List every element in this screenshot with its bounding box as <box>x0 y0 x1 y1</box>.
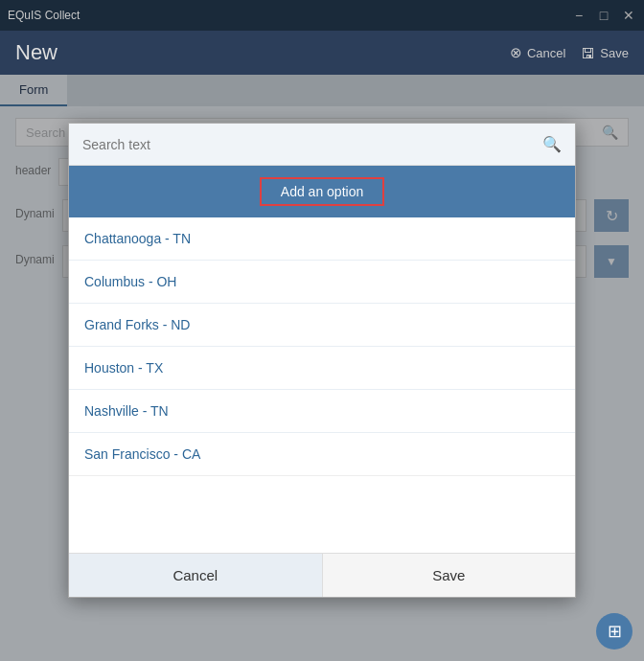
app-header: New ⊗ Cancel 🖫 Save <box>0 31 644 75</box>
modal-dialog: 🔍 Add an option Chattanooga - TN Columbu… <box>68 123 576 598</box>
minimize-button[interactable]: − <box>571 8 586 23</box>
add-option-section: Add an option <box>69 166 575 217</box>
list-item-houston[interactable]: Houston - TX <box>69 347 575 390</box>
modal-search-icon: 🔍 <box>542 135 562 153</box>
add-option-button[interactable]: Add an option <box>260 177 384 206</box>
main-area: Form Search 🔍 header Dynami ↻ Dynami ▼ <box>0 75 644 661</box>
modal-cancel-button[interactable]: Cancel <box>69 554 323 597</box>
app-name: EQuIS Collect <box>8 9 80 22</box>
close-button[interactable]: ✕ <box>621 8 636 23</box>
save-header-button[interactable]: 🖫 Save <box>581 45 629 61</box>
modal-save-button[interactable]: Save <box>323 554 576 597</box>
title-bar-controls: − □ ✕ <box>571 8 636 23</box>
list-item[interactable]: Columbus - OH <box>69 261 575 304</box>
save-icon: 🖫 <box>581 45 595 61</box>
list-item[interactable]: San Francisco - CA <box>69 433 575 475</box>
list-item[interactable]: Chattanooga - TN <box>69 217 575 261</box>
cancel-header-button[interactable]: ⊗ Cancel <box>510 44 565 61</box>
modal-options-list: Chattanooga - TN Columbus - OH Grand For… <box>69 217 575 476</box>
bottom-right-icon[interactable]: ⊞ <box>596 613 632 650</box>
modal-search-bar: 🔍 <box>69 124 575 166</box>
modal-empty-space <box>69 476 575 553</box>
list-item[interactable]: Nashville - TN <box>69 390 575 433</box>
list-item[interactable]: Grand Forks - ND <box>69 304 575 347</box>
modal-overlay: 🔍 Add an option Chattanooga - TN Columbu… <box>0 75 644 661</box>
page-title: New <box>15 40 58 65</box>
modal-footer: Cancel Save <box>69 553 575 597</box>
header-actions: ⊗ Cancel 🖫 Save <box>510 44 629 61</box>
maximize-button[interactable]: □ <box>596 8 611 23</box>
cancel-icon: ⊗ <box>510 44 522 61</box>
title-bar: EQuIS Collect − □ ✕ <box>0 0 644 31</box>
modal-search-input[interactable] <box>82 137 542 152</box>
